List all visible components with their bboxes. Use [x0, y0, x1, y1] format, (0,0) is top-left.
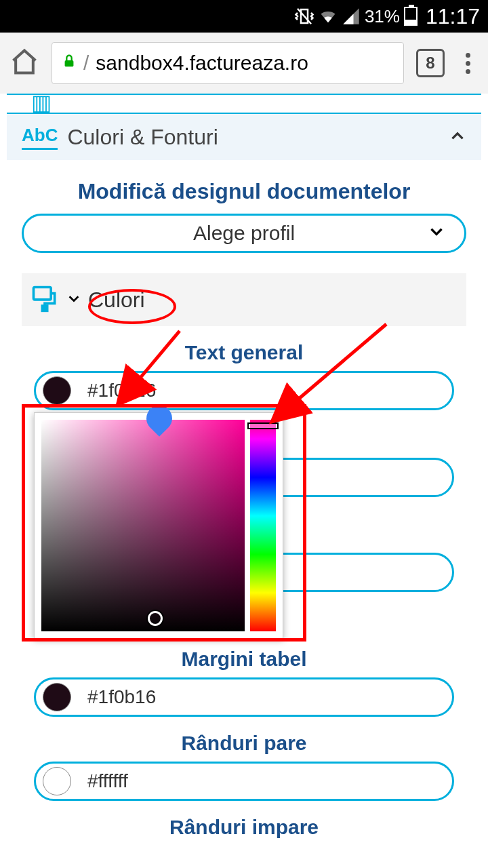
profile-select-label: Alege profil	[193, 222, 295, 245]
value-text-general: #1f0b16	[87, 380, 156, 401]
hue-cursor[interactable]	[247, 422, 279, 429]
section-title: Culori & Fonturi	[67, 125, 218, 150]
abc-icon: AbC	[22, 125, 58, 150]
menu-icon[interactable]	[457, 53, 479, 74]
svg-rect-4	[42, 306, 47, 311]
home-icon[interactable]	[9, 47, 39, 79]
battery-percent: 31%	[365, 6, 400, 27]
url-prefix: /	[83, 52, 89, 75]
label-randuri-pare: Rânduri pare	[7, 732, 481, 755]
input-margini-tabel[interactable]: #1f0b16	[34, 677, 454, 717]
paint-icon	[30, 283, 60, 316]
android-status-bar: 31% 11:17	[0, 0, 488, 33]
swatch-text-general	[43, 376, 71, 405]
colors-subsection[interactable]: Culori	[22, 273, 466, 326]
section-colors-fonts[interactable]: AbC Culori & Fonturi	[7, 114, 481, 160]
browser-toolbar: /sandbox4.factureaza.ro 8	[0, 33, 488, 94]
tabs-button[interactable]: 8	[416, 49, 445, 77]
svg-rect-2	[65, 60, 74, 66]
value-margini-tabel: #1f0b16	[87, 686, 156, 708]
building-icon: ▥	[31, 94, 52, 114]
page-content: ▥ AbC Culori & Fonturi Modifică designul…	[0, 94, 488, 839]
chevron-up-icon	[449, 125, 466, 150]
vibrate-icon	[294, 6, 314, 26]
input-randuri-pare[interactable]: #ffffff	[34, 762, 454, 801]
profile-select[interactable]: Alege profil	[22, 214, 466, 253]
svg-line-1	[298, 9, 311, 24]
clock: 11:17	[426, 4, 480, 29]
chevron-down-icon	[428, 222, 445, 245]
colors-label: Culori	[88, 288, 145, 313]
value-randuri-pare: #ffffff	[87, 770, 128, 792]
saturation-value-panel[interactable]	[41, 420, 245, 631]
label-margini-tabel: Margini tabel	[7, 648, 481, 671]
svg-rect-3	[34, 288, 52, 300]
signal-icon	[342, 7, 361, 26]
collapsed-section-above[interactable]: ▥	[7, 94, 481, 114]
label-text-general: Text general	[7, 341, 481, 364]
design-heading: Modifică designul documentelor	[7, 179, 481, 204]
label-randuri-impare: Rânduri impare	[7, 816, 481, 839]
color-picker[interactable]	[34, 412, 283, 639]
battery-icon	[404, 7, 418, 26]
wifi-icon	[319, 7, 338, 26]
sv-cursor[interactable]	[148, 611, 163, 626]
chevron-down-icon	[66, 289, 81, 311]
swatch-randuri-pare	[43, 767, 71, 795]
tabs-count: 8	[426, 54, 434, 73]
lock-icon	[62, 52, 77, 75]
hue-slider[interactable]	[250, 420, 276, 631]
url-host: sandbox4.factureaza.ro	[96, 52, 308, 75]
url-bar[interactable]: /sandbox4.factureaza.ro	[52, 42, 404, 84]
input-text-general[interactable]: #1f0b16	[34, 371, 454, 410]
swatch-margini-tabel	[43, 683, 71, 711]
